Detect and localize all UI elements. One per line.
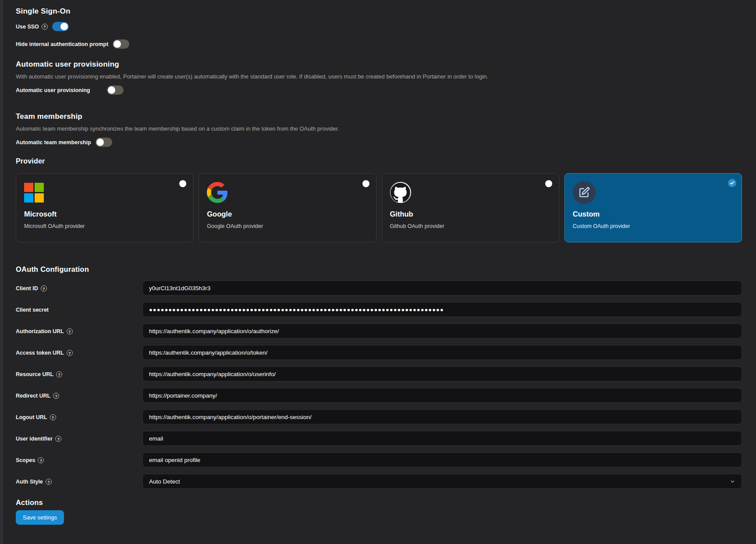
authorization-url-label: Authorization URL? [16,328,73,334]
provider-card-title: Microsoft [24,210,185,218]
scopes-input[interactable] [142,452,742,467]
help-icon[interactable]: ? [41,285,47,292]
logout-url-row: Logout URL? [16,409,742,424]
provider-card-subtitle: Google OAuth provider [207,223,368,229]
radio-unselected-icon[interactable] [362,180,369,187]
toggle-knob [60,23,68,30]
hide-internal-auth-row: Hide internal authentication prompt [16,39,742,49]
auto-user-provisioning-description: With automatic user provisioning enabled… [16,73,742,80]
help-icon[interactable]: ? [38,457,44,463]
single-sign-on-heading: Single Sign-On [16,7,742,16]
auto-user-provisioning-label: Automatic user provisioning [16,87,103,93]
help-icon[interactable]: ? [46,479,52,485]
help-icon[interactable]: ? [56,371,62,377]
provider-card-custom[interactable]: Custom Custom OAuth provider [564,173,742,242]
team-membership-description: Automatic team membership synchronizes t… [16,125,742,132]
client-id-input[interactable] [142,281,742,295]
actions-heading: Actions [16,498,742,507]
user-identifier-row: User identifier? [16,431,742,446]
chevron-down-icon [730,479,735,484]
oauth-form: Client ID? Client secret Authorization U… [16,281,742,489]
authorization-url-row: Authorization URL? [16,324,742,338]
auth-style-selected-value: Auto Detect [149,478,180,485]
selected-check-icon[interactable] [728,179,736,187]
auto-user-provisioning-row: Automatic user provisioning [16,85,742,95]
hide-internal-auth-toggle[interactable] [113,39,129,49]
oauth-configuration-heading: OAuth Configuration [16,265,742,274]
toggle-knob [114,40,121,48]
provider-card-title: Google [207,210,368,218]
client-id-row: Client ID? [16,281,742,295]
scopes-row: Scopes? [16,452,742,467]
auto-user-provisioning-toggle[interactable] [107,85,124,95]
provider-card-subtitle: Custom OAuth provider [573,223,734,229]
help-icon[interactable]: ? [42,24,48,30]
help-icon[interactable]: ? [53,393,59,399]
auto-user-provisioning-heading: Automatic user provisioning [16,60,742,69]
redirect-url-label: Redirect URL? [16,393,59,399]
authorization-url-input[interactable] [142,324,742,338]
client-id-label: Client ID? [16,285,47,292]
provider-card-github[interactable]: Github Github OAuth provider [382,173,559,242]
access-token-url-label: Access token URL? [16,350,73,356]
auth-style-label: Auth Style? [16,479,52,485]
auto-team-membership-label: Automatic team membership [16,139,91,146]
use-sso-row: Use SSO ? [16,22,742,31]
access-token-url-input[interactable] [142,345,742,360]
auto-team-membership-row: Automatic team membership [16,138,742,147]
toggle-knob [96,139,104,146]
custom-edit-icon [573,181,596,204]
help-icon[interactable]: ? [67,328,73,334]
user-identifier-label: User identifier? [16,436,61,442]
client-secret-input[interactable] [142,302,742,317]
resource-url-label: Resource URL? [16,371,62,377]
user-identifier-input[interactable] [142,431,742,446]
provider-card-microsoft[interactable]: Microsoft Microsoft OAuth provider [16,173,193,242]
team-membership-heading: Team membership [16,112,742,121]
provider-card-title: Custom [573,210,734,218]
radio-unselected-icon[interactable] [179,180,186,187]
auto-team-membership-toggle[interactable] [96,138,112,147]
client-secret-label: Client secret [16,307,49,313]
help-icon[interactable]: ? [50,414,56,420]
hide-internal-auth-label: Hide internal authentication prompt [16,41,108,47]
provider-card-google[interactable]: Google Google OAuth provider [199,173,376,242]
logout-url-input[interactable] [142,409,742,424]
github-logo-icon [390,182,411,203]
provider-cards: Microsoft Microsoft OAuth provider Googl… [16,173,742,242]
scopes-label: Scopes? [16,457,44,463]
provider-card-subtitle: Microsoft OAuth provider [24,223,185,229]
access-token-url-row: Access token URL? [16,345,742,360]
provider-heading: Provider [16,157,742,165]
toggle-knob [108,86,115,94]
oauth-settings-page: Single Sign-On Use SSO ? Hide internal a… [0,0,756,544]
help-icon[interactable]: ? [55,436,61,442]
redirect-url-row: Redirect URL? [16,388,742,403]
redirect-url-input[interactable] [142,388,742,403]
use-sso-toggle[interactable] [52,22,69,31]
provider-card-title: Github [390,210,551,218]
resource-url-row: Resource URL? [16,366,742,381]
help-icon[interactable]: ? [67,350,73,356]
save-settings-button[interactable]: Save settings [16,510,64,525]
resource-url-input[interactable] [142,366,742,381]
microsoft-logo-icon [24,183,44,203]
auth-style-row: Auth Style? Auto Detect [16,474,742,489]
radio-unselected-icon[interactable] [545,180,552,187]
logout-url-label: Logout URL? [16,414,56,420]
use-sso-label: Use SSO ? [16,24,48,30]
google-logo-icon [207,182,228,203]
auth-style-select[interactable]: Auto Detect [142,474,742,489]
client-secret-row: Client secret [16,302,742,317]
provider-card-subtitle: Github OAuth provider [390,223,551,229]
